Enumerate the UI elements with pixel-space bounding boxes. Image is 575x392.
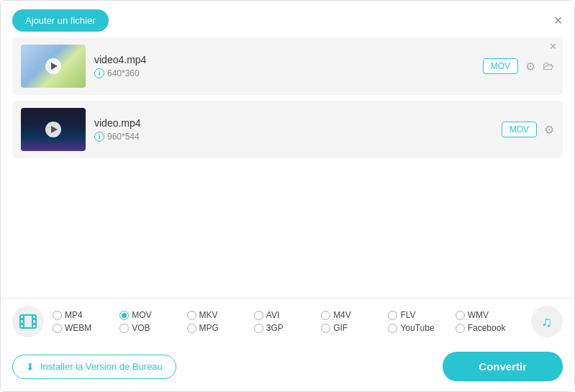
format-mkv[interactable]: MKV [187,310,254,320]
footer: ⬇ Installer la Version de Bureau Convert… [1,345,574,391]
settings-icon-2[interactable]: ⚙ [544,123,554,137]
convert-button[interactable]: Convertir [443,352,563,381]
svg-rect-5 [32,318,36,320]
format-webm[interactable]: WEBM [53,323,119,333]
radio-gif [321,324,330,333]
folder-icon-1[interactable]: 🗁 [543,60,554,73]
format-wmv[interactable]: WMV [456,310,522,320]
radio-mkv [187,311,196,320]
music-icon: ♫ [542,314,553,330]
install-label: Installer la Version de Bureau [40,361,163,372]
file-resolution-2: 960*544 [107,132,140,142]
thumbnail-1 [21,45,86,88]
format-3gp[interactable]: 3GP [254,323,321,333]
file-info-1: video4.mp4 i 640*360 [86,54,483,78]
svg-rect-4 [20,323,24,325]
file-resolution-1: 640*360 [107,68,140,78]
radio-3gp [254,324,263,333]
install-button[interactable]: ⬇ Installer la Version de Bureau [12,355,176,379]
format-gif[interactable]: GIF [321,323,388,333]
format-badge-2[interactable]: MOV [502,122,537,137]
radio-mpg [187,324,196,333]
download-icon: ⬇ [26,361,35,373]
file-list: ✕ video4.mp4 i 640*360 MOV ⚙ 🗁 [1,37,574,298]
add-file-button[interactable]: Ajouter un fichier [12,9,109,32]
info-icon-1: i [94,68,104,78]
svg-rect-6 [32,323,36,325]
file-item-1: ✕ video4.mp4 i 640*360 MOV ⚙ 🗁 [12,37,563,95]
radio-webm [53,324,62,333]
format-flv[interactable]: FLV [388,310,455,320]
file-name-2: video.mp4 [94,117,493,129]
file-actions-1: MOV ⚙ 🗁 [483,58,554,74]
format-selector: MP4 MOV MKV AVI M4V [12,306,563,337]
close-button[interactable]: ✕ [553,15,563,27]
file-actions-2: MOV ⚙ [502,122,554,137]
thumbnail-2 [21,108,86,151]
info-icon-2: i [94,132,104,142]
radio-mov [119,311,129,320]
file-name-1: video4.mp4 [94,54,474,65]
svg-rect-3 [20,318,24,320]
format-badge-1[interactable]: MOV [483,58,518,74]
format-mp4[interactable]: MP4 [53,310,119,320]
play-icon-2[interactable] [45,122,61,137]
file-meta-1: i 640*360 [94,68,474,78]
header: Ajouter un fichier ✕ [1,1,574,37]
format-row-1: MP4 MOV MKV AVI M4V [53,310,522,320]
radio-facebook [456,324,465,333]
radio-mp4 [53,311,62,320]
svg-rect-0 [20,315,36,328]
radio-m4v [321,311,330,320]
remove-file-1-button[interactable]: ✕ [549,42,557,51]
format-mov[interactable]: MOV [119,310,186,320]
format-avi[interactable]: AVI [254,310,321,320]
settings-icon-1[interactable]: ⚙ [525,60,535,73]
format-row-2: WEBM VOB MPG 3GP GIF [53,323,522,333]
format-panel: MP4 MOV MKV AVI M4V [1,298,574,345]
radio-wmv [456,311,465,320]
file-item-2: video.mp4 i 960*544 MOV ⚙ [12,101,563,158]
play-triangle-2 [51,126,58,133]
radio-youtube [388,324,397,333]
format-mpg[interactable]: MPG [187,323,254,333]
format-vob[interactable]: VOB [119,323,186,333]
format-facebook[interactable]: Facebook [456,323,522,333]
radio-flv [388,311,397,320]
format-youtube[interactable]: YouTube [388,323,455,333]
radio-avi [254,311,263,320]
format-m4v[interactable]: M4V [321,310,388,320]
radio-vob [119,324,129,333]
film-icon [19,312,37,331]
file-meta-2: i 960*544 [94,132,493,142]
format-grid: MP4 MOV MKV AVI M4V [53,310,522,333]
film-icon-wrap[interactable] [12,306,44,337]
file-info-2: video.mp4 i 960*544 [86,117,502,142]
music-icon-wrap[interactable]: ♫ [531,306,563,337]
